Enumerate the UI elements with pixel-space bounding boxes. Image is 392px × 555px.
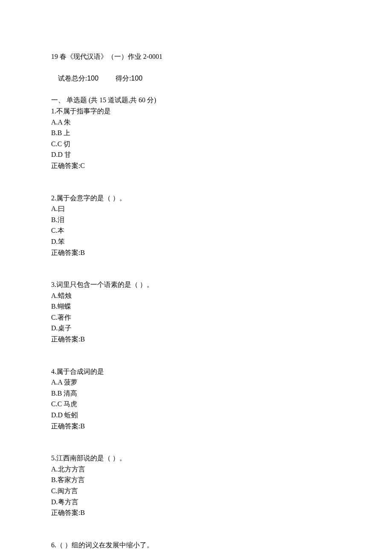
question-option: C.闽方言 [51,486,341,497]
question-stem: 5.江西南部说的是（ ）。 [51,453,341,464]
question-option: B.B 清高 [51,388,341,399]
score-got-label: 得分: [115,75,131,82]
question-option: A.蜡烛 [51,290,341,301]
score-total-label: 试卷总分: [58,75,87,82]
question-option: C.著作 [51,312,341,323]
question-answer: 正确答案:C [51,160,341,171]
question-option: D.桌子 [51,323,341,334]
title-line: 19 春《现代汉语》（一）作业 2-0001 [51,51,341,62]
question-option: D.D 甘 [51,149,341,160]
question-option: A.曰 [51,203,341,214]
question-option: C.C 切 [51,139,341,150]
score-line: 试卷总分:100得分:100 [51,62,341,95]
score-got-value: 100 [131,75,143,82]
question-option: B.客家方言 [51,474,341,486]
score-total-value: 100 [87,75,98,82]
question-stem: 2.属于会意字的是（ ）。 [51,193,341,204]
question-stem: 6.（ ）组的词义在发展中缩小了。 [51,540,341,551]
question-stem: 4.属于合成词的是 [51,366,341,377]
question-option: D.笨 [51,236,341,247]
document-page: 19 春《现代汉语》（一）作业 2-0001 试卷总分:100得分:100 一、… [0,0,392,555]
question-option: D.D 蚯蚓 [51,410,341,421]
question-stem: 1.不属于指事字的是 [51,106,341,117]
question-answer: 正确答案:B [51,507,341,518]
question-answer: 正确答案:B [51,334,341,345]
question-option: D.粤方言 [51,497,341,508]
question-answer: 正确答案:B [51,247,341,258]
section-header: 一、 单选题 (共 15 道试题,共 60 分) [51,95,341,106]
question-option: B.泪 [51,214,341,225]
question-option: B.B 上 [51,127,341,139]
question-option: B.蝴蝶 [51,301,341,312]
question-option: C.本 [51,225,341,236]
question-option: A.北方方言 [51,464,341,475]
question-answer: 正确答案:B [51,421,341,432]
question-option: A.A 菠萝 [51,377,341,388]
question-option: C.C 马虎 [51,399,341,410]
question-option: A.A 朱 [51,117,341,128]
question-stem: 3.词里只包含一个语素的是（ ）。 [51,279,341,290]
